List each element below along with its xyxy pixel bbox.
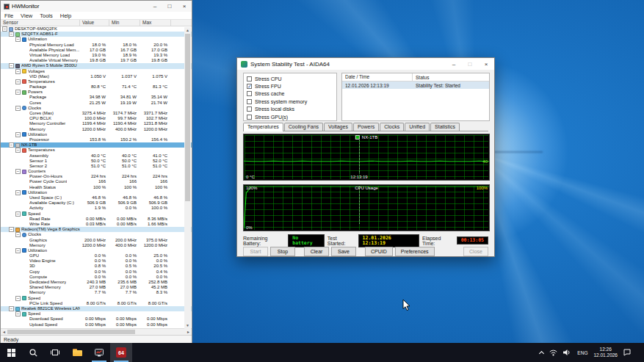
- sensor-row[interactable]: Physical Memory Load18.0 %18.0 %20.0 %: [1, 43, 192, 48]
- sensor-row[interactable]: Dedicated Memory240.3 MB235.6 MB252.8 MB: [1, 280, 192, 285]
- hwmonitor-maximize-button[interactable]: □: [162, 1, 177, 12]
- sensor-row[interactable]: −Speed: [1, 211, 192, 217]
- sensor-row[interactable]: PCIe Link Speed8.00 GT/s8.00 GT/s8.00 GT…: [1, 301, 192, 306]
- tree-expander-icon[interactable]: −: [15, 311, 21, 316]
- column-header-value[interactable]: Value: [80, 20, 109, 26]
- checkbox-icon[interactable]: [247, 84, 252, 89]
- aida64-close-button[interactable]: ×: [478, 58, 494, 70]
- sensor-row[interactable]: −Voltages: [1, 69, 192, 74]
- cpuid-button[interactable]: CPUID: [365, 247, 393, 256]
- sensor-row[interactable]: Power Cycle Count166166166: [1, 179, 192, 184]
- sensor-row[interactable]: Cores21.25 W19.19 W21.74 W: [1, 101, 192, 106]
- sensor-row[interactable]: −Temperatures: [1, 148, 192, 153]
- hwmonitor-hscrollbar[interactable]: ◄ ►: [1, 328, 192, 335]
- tab-voltages[interactable]: Voltages: [324, 123, 352, 131]
- tree-expander-icon[interactable]: −: [15, 248, 21, 253]
- sensor-row[interactable]: Available Capacity (C:)506.9 GB506.9 GB5…: [1, 200, 192, 206]
- aida64-minimize-button[interactable]: –: [446, 58, 462, 70]
- log-row[interactable]: 12.01.2026 12:13:19Stability Test: Start…: [342, 82, 489, 89]
- sensor-row[interactable]: −Utilization: [1, 132, 192, 137]
- sensor-row[interactable]: −Clocks: [1, 232, 192, 237]
- hwmonitor-taskbar-button[interactable]: [88, 343, 110, 362]
- sensor-row[interactable]: Upload Speed0.00 Mbps0.00 Mbps0.00 Mbps: [1, 322, 192, 327]
- log-header-datetime[interactable]: Date / Time: [342, 73, 413, 81]
- stress-option[interactable]: Stress CPU: [244, 75, 336, 82]
- stress-option[interactable]: Stress cache: [244, 90, 336, 98]
- action-center-icon[interactable]: [623, 349, 631, 356]
- sensor-row[interactable]: Used Space (C:)46.8 %46.8 %46.8 %: [1, 195, 192, 200]
- sensor-row[interactable]: Power-On-Hours224 hrs224 hrs224 hrs: [1, 174, 192, 179]
- sensor-row[interactable]: −AMD Ryzen 5 Mobile 3500U: [1, 63, 192, 68]
- sensor-row[interactable]: Compute0.0 %0.0 %0.0 %: [1, 275, 192, 280]
- tab-powers[interactable]: Powers: [353, 123, 379, 131]
- hwmonitor-vscrollbar[interactable]: ▲ ▼: [184, 27, 191, 329]
- sensor-row[interactable]: Read Rate0.00 MB/s0.00 MB/s8.36 MB/s: [1, 217, 192, 222]
- sensor-row[interactable]: Processor153.8 %150.2 %156.4 %: [1, 137, 192, 142]
- sensor-row[interactable]: Memory1200.0 MHz400.0 MHz1200.0 MHz: [1, 243, 192, 248]
- checkbox-icon[interactable]: [247, 76, 252, 82]
- stress-option[interactable]: Stress GPU(s): [244, 113, 336, 120]
- sensor-row[interactable]: −Temperatures: [1, 79, 192, 84]
- tree-expander-icon[interactable]: −: [15, 169, 21, 174]
- sensor-row[interactable]: Package34.98 W34.81 W35.14 W: [1, 95, 192, 100]
- sensor-row[interactable]: GPU0.0 %0.0 %25.0 %: [1, 253, 192, 258]
- sensor-row[interactable]: 3D0.8 %0.5 %20.5 %: [1, 264, 192, 269]
- checkbox-icon[interactable]: [247, 106, 252, 112]
- taskbar-clock[interactable]: 12:26 12.01.2026: [593, 347, 618, 358]
- sensor-row[interactable]: Graphics200.0 MHz200.0 MHz375.0 MHz: [1, 238, 192, 243]
- checkbox-icon[interactable]: [247, 99, 252, 104]
- tab-statistics[interactable]: Statistics: [430, 123, 460, 131]
- tree-expander-icon[interactable]: −: [15, 69, 21, 74]
- sensor-row[interactable]: −Utilization: [1, 248, 192, 253]
- hscroll-left-arrow-icon[interactable]: ◄: [1, 330, 7, 334]
- tree-expander-icon[interactable]: −: [15, 106, 21, 111]
- hwmonitor-close-button[interactable]: ×: [177, 1, 192, 12]
- vscroll-down-arrow-icon[interactable]: ▼: [186, 322, 189, 329]
- sensor-row[interactable]: Memory7.7 %7.7 %8.3 %: [1, 290, 192, 295]
- hwmonitor-titlebar[interactable]: HWMonitor – □ ×: [1, 1, 192, 12]
- save-button[interactable]: Save: [331, 247, 356, 256]
- sensor-row[interactable]: Memory1200.0 MHz400.0 MHz1200.0 MHz: [1, 127, 192, 132]
- sensor-row[interactable]: −Speed: [1, 311, 192, 316]
- preferences-button[interactable]: Preferences: [395, 247, 435, 256]
- volume-icon[interactable]: [563, 349, 571, 356]
- tree-expander-icon[interactable]: −: [15, 148, 21, 153]
- tree-expander-icon[interactable]: −: [9, 32, 14, 37]
- sensor-row[interactable]: Package80.8 °C71.4 °C81.3 °C: [1, 84, 192, 90]
- sensor-row[interactable]: −SZQFTX ADB51-F: [1, 32, 192, 37]
- tree-expander-icon[interactable]: −: [15, 37, 21, 42]
- stop-button[interactable]: Stop: [270, 247, 295, 256]
- clear-button[interactable]: Clear: [304, 247, 329, 256]
- tree-expander-icon[interactable]: −: [9, 227, 14, 232]
- taskbar-search-button[interactable]: [22, 343, 44, 362]
- vscroll-thumb[interactable]: [185, 34, 190, 201]
- aida64-titlebar[interactable]: System Stability Test - AIDA64 – □ ×: [237, 58, 494, 70]
- sensor-row[interactable]: Assembly40.0 °C40.0 °C41.0 °C: [1, 153, 192, 159]
- sensor-row[interactable]: −Utilization: [1, 37, 192, 42]
- sensor-row[interactable]: −Speed: [1, 296, 192, 301]
- sensor-row[interactable]: Health Status100 %100 %100 %: [1, 185, 192, 190]
- tab-temperatures[interactable]: Temperatures: [243, 123, 283, 131]
- hwmonitor-minimize-button[interactable]: –: [148, 1, 162, 12]
- start-button[interactable]: [0, 343, 22, 362]
- sensor-row[interactable]: VID (Max)1.050 V1.037 V1.075 V: [1, 74, 192, 79]
- checkbox-icon[interactable]: [247, 115, 252, 120]
- tree-expander-icon[interactable]: −: [15, 211, 21, 217]
- sensor-row[interactable]: Download Speed0.00 Mbps0.00 Mbps0.00 Mbp…: [1, 316, 192, 322]
- tree-expander-icon[interactable]: −: [15, 79, 21, 84]
- tree-expander-icon[interactable]: −: [9, 142, 14, 148]
- tree-expander-icon[interactable]: −: [15, 232, 21, 237]
- tab-clocks[interactable]: Clocks: [380, 123, 404, 131]
- sensor-row[interactable]: Copy0.0 %0.0 %0.4 %: [1, 269, 192, 275]
- tray-chevron-up-icon[interactable]: [539, 350, 544, 355]
- hscroll-thumb[interactable]: [7, 330, 135, 334]
- sensor-row[interactable]: Virtual Memory Load19.0 %18.9 %19.3 %: [1, 53, 192, 58]
- menu-file[interactable]: File: [1, 12, 17, 19]
- hscroll-right-arrow-icon[interactable]: ►: [185, 330, 192, 334]
- tree-expander-icon[interactable]: −: [15, 296, 21, 301]
- sensor-row[interactable]: −Radeon(TM) Vega 8 Graphics: [1, 227, 192, 232]
- tree-expander-icon[interactable]: −: [15, 90, 21, 95]
- tree-expander-icon[interactable]: −: [15, 132, 21, 137]
- sensor-row[interactable]: −Clocks: [1, 106, 192, 111]
- sensor-row[interactable]: −Utilization: [1, 190, 192, 195]
